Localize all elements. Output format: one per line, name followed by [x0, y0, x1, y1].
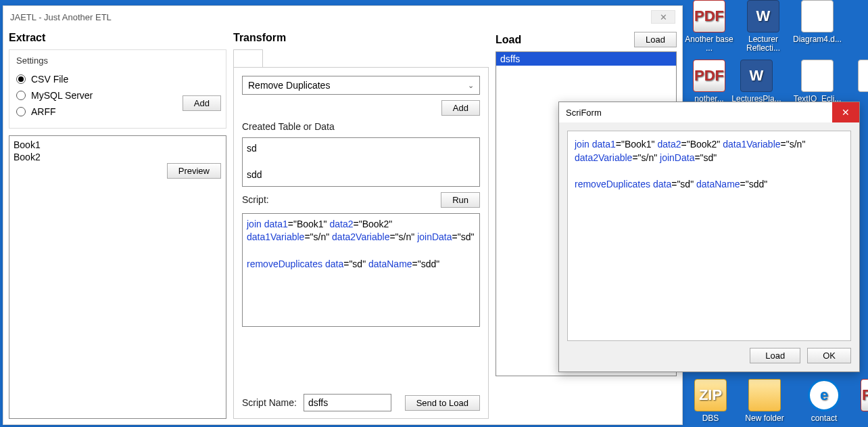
window-title: JAETL - Just Another ETL [10, 12, 112, 22]
extract-preview-button[interactable]: Preview [167, 163, 221, 179]
desktop-icon[interactable]: ZIPDBS [685, 379, 736, 423]
radio-icon [16, 91, 26, 100]
transform-tabstrip [233, 49, 489, 67]
desktop-icon[interactable]: TextIO_Ecli... [792, 60, 842, 104]
created-data-box[interactable]: sd sdd [242, 137, 480, 187]
file-icon: PDF [693, 60, 725, 92]
icon-label: contact [799, 414, 849, 423]
desktop-icon[interactable]: New folder [740, 379, 790, 423]
radio-label: MySQL Server [31, 90, 93, 101]
source-radio[interactable]: ARFF [16, 104, 219, 120]
extract-settings: Settings CSV FileMySQL ServerARFF [9, 49, 226, 129]
created-label: Created Table or Data [242, 121, 480, 132]
titlebar[interactable]: JAETL - Just Another ETL ✕ [3, 6, 682, 28]
settings-label: Settings [16, 55, 219, 66]
script-label: Script: [242, 194, 269, 205]
desktop-icon[interactable]: econtact [799, 379, 849, 423]
icon-label: PD [852, 414, 868, 423]
load-button[interactable]: Load [634, 32, 677, 47]
run-button[interactable]: Run [441, 192, 480, 208]
radio-icon [16, 74, 26, 84]
scriform-load-button[interactable]: Load [750, 348, 800, 363]
close-icon[interactable]: ✕ [832, 102, 859, 122]
file-icon [801, 0, 834, 32]
file-icon: ZIP [694, 379, 727, 411]
transform-heading: Transform [233, 32, 489, 44]
desktop-icon[interactable]: WLecturer Reflecti... [738, 0, 788, 53]
extract-panel: Extract Add Preview Settings CSV FileMyS… [9, 32, 226, 419]
file-icon [858, 60, 868, 92]
transform-panel: Transform Remove Duplicates ⌄ Add Create… [233, 32, 489, 419]
scriform-titlebar[interactable]: ScriForm ✕ [559, 102, 859, 122]
desktop-icon[interactable]: PDFPD [852, 379, 868, 423]
desktop-icon[interactable]: WLecturesPla... [731, 60, 781, 104]
file-icon: PDF [861, 379, 868, 411]
desktop-icon[interactable]: PDFnother... [684, 60, 734, 104]
file-icon [748, 379, 781, 411]
list-item[interactable]: Book1 [14, 139, 222, 151]
load-heading: Load [496, 34, 521, 46]
file-icon: W [747, 0, 779, 32]
radio-label: ARFF [31, 106, 56, 117]
operation-select[interactable]: Remove Duplicates ⌄ [242, 76, 480, 95]
extract-heading: Extract [9, 32, 226, 44]
radio-icon [16, 107, 26, 116]
radio-label: CSV File [31, 74, 68, 85]
desktop-icon[interactable]: Diagram4.d... [792, 0, 842, 44]
script-editor[interactable]: join data1="Book1" data2="Book2" data1Va… [242, 213, 480, 327]
script-name-input[interactable] [304, 394, 391, 411]
icon-label: Diagram4.d... [792, 35, 842, 44]
desktop-icon[interactable]: PDFAnother base ... [684, 0, 734, 53]
send-to-load-button[interactable]: Send to Load [405, 395, 480, 411]
load-item[interactable]: dsffs [496, 52, 676, 66]
desktop-icon[interactable]: u [849, 60, 868, 104]
transform-tab[interactable] [233, 49, 263, 67]
icon-label: Lecturer Reflecti... [738, 35, 788, 53]
file-icon: PDF [693, 0, 725, 32]
scriform-dialog: ScriForm ✕ join data1="Book1" data2="Boo… [558, 102, 860, 372]
scriform-editor[interactable]: join data1="Book1" data2="Book2" data1Va… [567, 131, 851, 341]
file-icon: W [740, 60, 773, 92]
source-radio[interactable]: CSV File [16, 71, 219, 87]
icon-label: Another base ... [684, 35, 734, 53]
source-radio[interactable]: MySQL Server [16, 87, 219, 104]
scriform-title: ScriForm [566, 108, 602, 118]
operation-selected: Remove Duplicates [248, 80, 330, 91]
transform-add-button[interactable]: Add [441, 100, 480, 116]
close-icon[interactable]: ✕ [651, 10, 675, 24]
file-icon: e [808, 379, 840, 411]
scriform-ok-button[interactable]: OK [807, 348, 851, 363]
icon-label: New folder [740, 414, 790, 423]
list-item[interactable]: Book2 [14, 151, 222, 163]
icon-label: DBS [685, 414, 736, 423]
file-icon [801, 60, 834, 92]
script-name-label: Script Name: [242, 397, 297, 408]
chevron-down-icon: ⌄ [468, 81, 474, 90]
